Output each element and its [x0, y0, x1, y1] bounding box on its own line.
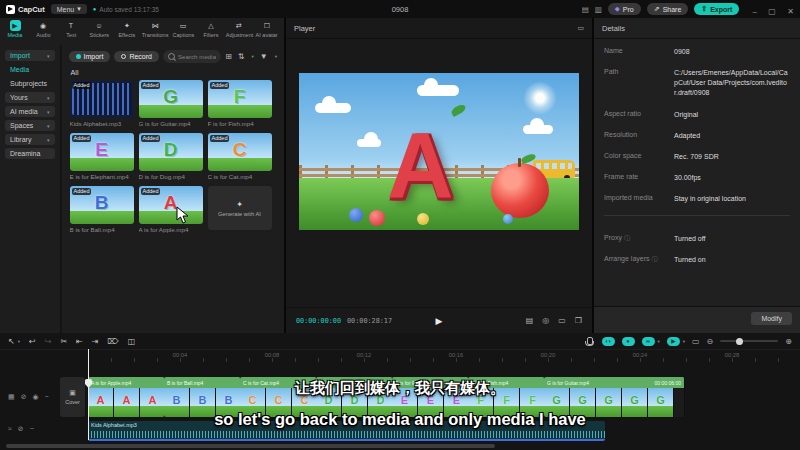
play-button[interactable]: ▶	[436, 316, 443, 326]
generate-with-ai-button[interactable]: ✦Generate with AI	[208, 186, 272, 230]
filter-icon[interactable]: ▼	[260, 52, 268, 61]
media-thumbnail-kids-alphabet-mp3[interactable]: Added	[70, 80, 134, 118]
export-button[interactable]: ⇧ Export	[694, 3, 739, 15]
zoom-slider-handle[interactable]	[736, 338, 743, 345]
voiceover-mic-icon[interactable]	[587, 337, 593, 345]
clip-header: D is for Dog.mp4	[316, 377, 392, 388]
media-thumbnail-a-is-for-apple-mp4[interactable]: AAdded	[139, 186, 203, 224]
media-thumbnail-c-is-for-cat-mp4[interactable]: CAdded	[208, 133, 272, 171]
share-button[interactable]: ⇗ Share	[647, 3, 689, 15]
freeze-icon[interactable]: ◫	[128, 337, 136, 346]
audio-waveform-icon[interactable]: ≈	[8, 425, 12, 433]
text-icon: T	[66, 20, 77, 31]
modify-button[interactable]: Modify	[751, 312, 792, 325]
layout-preset-icon[interactable]: ▤	[582, 5, 589, 14]
sidebar-item-dreamina[interactable]: Dreamina	[5, 148, 55, 159]
audio-mute-icon[interactable]: −	[30, 425, 34, 433]
tab-stickers[interactable]: ☺Stickers	[85, 20, 113, 47]
details-label: Proxyⓘ	[604, 234, 674, 244]
player-ratio-icon[interactable]: ▭	[577, 24, 584, 32]
chevron-down-icon: ▾	[47, 137, 50, 143]
sidebar-item-spaces[interactable]: Spaces▾	[5, 120, 55, 131]
timeline-zoom-slider[interactable]	[720, 340, 778, 342]
timeline-clip-b-is-for-ball-mp4[interactable]: B is for Ball.mp4BBB	[164, 377, 241, 417]
tab-media[interactable]: ▶Media	[1, 20, 29, 47]
timeline-clip-c-is-for-cat-mp4[interactable]: C is for Cat.mp4CCC	[240, 377, 317, 417]
media-thumbnail-b-is-for-ball-mp4[interactable]: BAdded	[70, 186, 134, 224]
timeline-clip-a-is-for-apple-mp4[interactable]: A is for Apple.mp4AAA	[88, 377, 165, 417]
tab-transitions[interactable]: ⋈Transitions	[141, 20, 169, 47]
delete-right-icon[interactable]: ⇥	[92, 337, 99, 346]
aspect-ratio-icon[interactable]: ▭	[558, 316, 566, 325]
preview-quality-icon[interactable]: ▤	[526, 316, 534, 325]
select-tool-icon[interactable]: ↖	[8, 337, 15, 346]
export-icon: ⇧	[701, 5, 707, 13]
scrollbar-thumb[interactable]	[6, 444, 495, 448]
capcut-logo: CapCut	[6, 5, 45, 14]
record-button[interactable]: Record	[114, 51, 159, 62]
preview-axis-toggle[interactable]: ▶	[667, 337, 680, 346]
close-button[interactable]: ✕	[787, 7, 794, 16]
linking-toggle[interactable]: ∞	[642, 337, 655, 346]
tab-ai-avatar[interactable]: ☐AI avatar	[253, 20, 281, 47]
panel-layout-icon[interactable]: ▥	[595, 5, 602, 14]
pro-button[interactable]: ◆ Pro	[608, 3, 641, 15]
fit-screen-icon[interactable]: ◎	[542, 316, 549, 325]
search-input[interactable]: Search media	[163, 50, 221, 63]
sidebar-item-ai-media[interactable]: AI media▾	[5, 106, 55, 117]
zoom-out-icon[interactable]: ⊖	[707, 337, 714, 346]
import-button[interactable]: Import	[69, 51, 111, 62]
track-thumbnail-icon[interactable]: ▦	[8, 393, 15, 401]
menu-button[interactable]: Menu ▾	[51, 4, 87, 14]
minimize-button[interactable]: –	[752, 7, 756, 16]
cloud-graphic	[315, 103, 351, 113]
clip-filmstrip: GGGGG	[544, 388, 684, 417]
track-mute-icon[interactable]: −	[45, 393, 49, 401]
auto-snap-toggle[interactable]: ●	[622, 337, 635, 346]
cover-button[interactable]: ▣ Cover	[60, 377, 85, 417]
zoom-in-icon[interactable]: ⊕	[785, 337, 792, 346]
tab-filters[interactable]: △Filters	[197, 20, 225, 47]
timeline-clip-f-is-for-fish-mp4[interactable]: F is for Fish.mp4FFF	[468, 377, 545, 417]
maximize-button[interactable]: ▢	[768, 7, 776, 16]
tab-text[interactable]: TText	[57, 20, 85, 47]
timeline-ruler[interactable]: 00:0400:0800:1200:1600:2000:2400:28	[0, 349, 800, 363]
timeline-clip-g-is-for-guitar-mp4[interactable]: G is for Guitar.mp400:00:06:00GGGGG	[544, 377, 685, 417]
tab-adjustment[interactable]: ⇄Adjustment	[225, 20, 253, 47]
fullscreen-icon[interactable]: ❒	[575, 316, 582, 325]
sidebar-item-label: Media	[10, 66, 29, 73]
sidebar-item-label: Dreamina	[10, 150, 40, 157]
redo-icon[interactable]: ↪	[45, 337, 52, 346]
split-icon[interactable]: ✂	[60, 337, 67, 346]
video-preview[interactable]: A	[299, 73, 579, 230]
sidebar-item-yours[interactable]: Yours▾	[5, 92, 55, 103]
ball-graphic	[369, 210, 385, 226]
sidebar-item-subprojects[interactable]: Subprojects	[5, 78, 55, 89]
media-thumbnail-f-is-for-fish-mp4[interactable]: FAdded	[208, 80, 272, 118]
render-preview-icon[interactable]: ▭	[692, 337, 700, 346]
media-thumbnail-g-is-for-guitar-mp4[interactable]: GAdded	[139, 80, 203, 118]
tab-captions[interactable]: ▭Captions	[169, 20, 197, 47]
grid-view-icon[interactable]: ⊞	[225, 52, 232, 61]
media-thumbnail-e-is-for-elephant-mp4[interactable]: EAdded	[70, 133, 134, 171]
sidebar-item-library[interactable]: Library▾	[5, 134, 55, 145]
undo-icon[interactable]: ↩	[29, 337, 36, 346]
timeline-clip-d-is-for-dog-mp4[interactable]: D is for Dog.mp4DDD	[316, 377, 393, 417]
sort-icon[interactable]: ⇅	[238, 52, 245, 61]
tab-audio[interactable]: ◉Audio	[29, 20, 57, 47]
timeline-scrollbar[interactable]	[6, 444, 794, 448]
sidebar-item-media[interactable]: Media	[5, 64, 55, 75]
magnetic-snap-toggle[interactable]: ◖◗	[602, 337, 615, 346]
details-value: C:/Users/Emenes/AppData/Local/CapCut/Use…	[674, 68, 790, 98]
media-thumbnail-d-is-for-dog-mp4[interactable]: DAdded	[139, 133, 203, 171]
audio-lock-icon[interactable]: ⊘	[18, 425, 24, 433]
audio-clip[interactable]: Kids Alphabet.mp3	[88, 421, 605, 441]
tab-effects[interactable]: ✦Effects	[113, 20, 141, 47]
share-icon: ⇗	[654, 5, 660, 13]
delete-left-icon[interactable]: ⇤	[76, 337, 83, 346]
timeline-clip-e-is-for-elephant-mp4[interactable]: E is for Elephant.mp4EEE	[392, 377, 469, 417]
delete-icon[interactable]: ⌦	[107, 337, 118, 346]
track-lock-icon[interactable]: ⊘	[21, 393, 27, 401]
track-hide-icon[interactable]: ◉	[33, 393, 39, 401]
sidebar-item-import[interactable]: Import▾	[5, 50, 55, 61]
